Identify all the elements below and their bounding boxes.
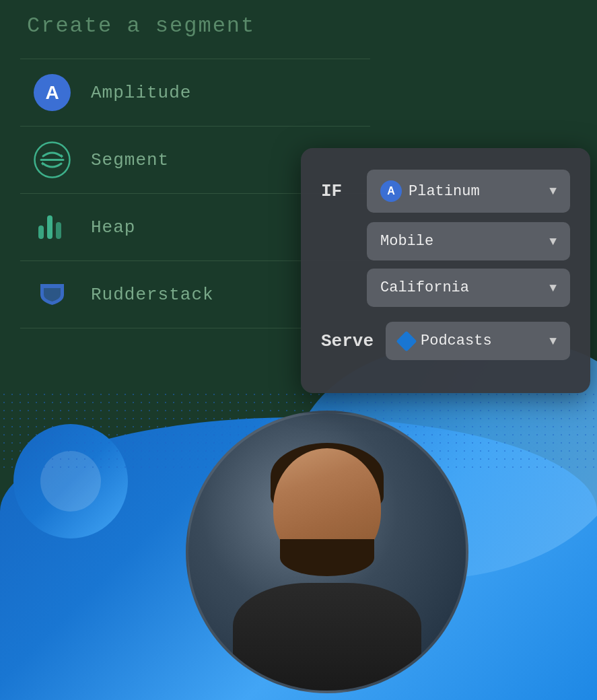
tier-dropdown-content: A Platinum [380,180,480,202]
serve-dropdown-arrow: ▼ [549,335,557,348]
serve-row: Serve Podcasts ▼ [321,322,570,360]
location-dropdown[interactable]: California ▼ [367,269,570,307]
platform-dropdown-content: Mobile [380,233,433,250]
svg-marker-3 [41,162,43,166]
serve-dropdown[interactable]: Podcasts ▼ [386,322,570,360]
serve-label: Serve [321,331,374,351]
svg-rect-4 [47,215,52,239]
svg-rect-6 [38,225,44,239]
heap-label: Heap [91,217,135,238]
amplitude-letter: A [45,82,59,104]
if-label: IF [321,181,355,201]
if-row: IF A Platinum ▼ [321,170,570,213]
platform-dropdown-arrow: ▼ [549,235,557,248]
platform-value: Mobile [380,233,433,250]
stacked-dropdowns-row: Mobile ▼ California ▼ [321,222,570,307]
serve-value: Podcasts [421,332,492,349]
integration-item-amplitude[interactable]: A Amplitude [20,59,370,127]
amplitude-mini-icon: A [380,180,402,202]
location-value: California [380,279,469,296]
location-dropdown-content: California [380,279,469,296]
panel-title: Create a segment [20,13,370,38]
person-photo [186,411,468,693]
tier-value: Platinum [409,183,480,200]
amplitude-label: Amplitude [91,83,191,103]
svg-marker-2 [61,154,63,158]
svg-rect-5 [56,222,61,239]
amplitude-icon: A [34,74,71,111]
tier-dropdown[interactable]: A Platinum ▼ [367,170,570,213]
person-beard [280,539,374,576]
serve-dropdown-content: Podcasts [399,332,492,349]
tier-dropdown-arrow: ▼ [549,184,557,198]
rudderstack-label: Rudderstack [91,285,214,305]
location-dropdown-arrow: ▼ [549,281,557,295]
segment-label: Segment [91,150,169,170]
person-body [233,583,421,691]
rudderstack-icon [34,276,71,313]
heap-icon [34,209,71,246]
segment-icon [34,141,71,178]
diamond-icon [396,330,417,351]
person-silhouette [199,435,455,691]
condition-card: IF A Platinum ▼ Mobile ▼ California ▼ [301,148,590,393]
platform-dropdown[interactable]: Mobile ▼ [367,222,570,260]
